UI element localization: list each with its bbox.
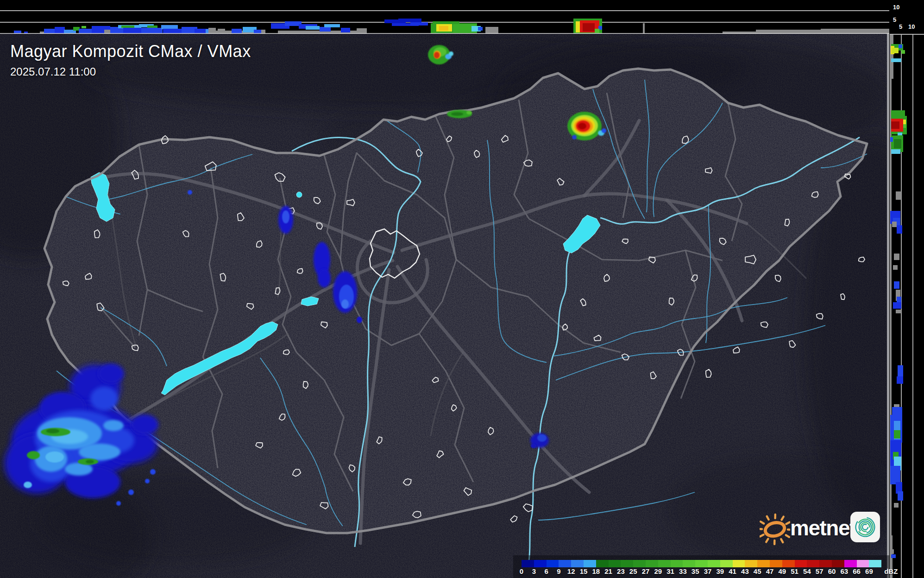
colorbar-tick: 39 — [716, 567, 724, 575]
colorbar-tick: 27 — [642, 567, 650, 575]
colorbar-segment — [819, 560, 832, 567]
radar-echo — [150, 469, 156, 475]
radar-echo — [131, 414, 158, 435]
colorbar-segment — [646, 560, 658, 567]
colorbar-segment — [869, 560, 881, 567]
colorbar-tick: 69 — [865, 567, 873, 575]
radar-echo — [45, 451, 64, 463]
right-axis-label-5km: 5 — [899, 23, 902, 30]
colorbar-tick: 33 — [679, 567, 687, 575]
radar-echo — [103, 420, 124, 431]
profile-echo — [141, 28, 163, 33]
colorbar-segment — [745, 560, 757, 567]
colorbar-tick: 35 — [691, 567, 699, 575]
profile-terrain — [218, 29, 225, 34]
sun-ray — [760, 535, 763, 537]
colorbar-segment — [708, 560, 720, 567]
colorbar-segment — [683, 560, 695, 567]
colorbar-tick: 54 — [803, 567, 811, 575]
profile-echo — [82, 26, 86, 28]
radar-echo — [282, 210, 289, 223]
radar-echo — [24, 482, 32, 488]
radar-echo — [341, 299, 349, 309]
colorbar-tick: 37 — [704, 567, 712, 575]
profile-axis-corner: 10 5 5 10 — [890, 0, 924, 34]
profile-echo — [891, 58, 901, 62]
profile-terrain — [357, 28, 367, 34]
colorbar-tick: 49 — [778, 567, 786, 575]
profile-echo — [324, 24, 340, 27]
profile-echo — [161, 25, 178, 29]
profile-echo — [894, 281, 899, 289]
radar-echo — [466, 111, 472, 114]
profile-echo — [254, 30, 261, 33]
vertical-profile-top-strip — [0, 0, 889, 34]
vertical-profile-right-strip — [890, 34, 924, 578]
profile-echo — [439, 26, 448, 31]
colorbar-tick: 66 — [853, 567, 861, 575]
lake — [296, 192, 302, 197]
metnet-logo: metnet — [760, 508, 885, 548]
profile-echo — [55, 27, 65, 33]
radar-echo — [451, 112, 463, 116]
radar-echo — [145, 479, 150, 483]
profile-echo — [896, 310, 901, 313]
sun-icon — [760, 510, 790, 546]
radar-echo — [188, 190, 192, 195]
profile-echo — [73, 27, 80, 31]
profile-terrain — [485, 27, 498, 34]
profile-echo — [595, 29, 599, 33]
profile-echo — [121, 25, 134, 28]
radar-echo — [357, 317, 362, 323]
sun-ray — [767, 516, 769, 520]
colorbar-segment — [844, 560, 857, 567]
profile-terrain — [890, 34, 893, 79]
radar-echo — [46, 429, 59, 433]
radar-echo — [578, 123, 586, 129]
profile-echo — [903, 124, 906, 128]
profile-echo — [897, 297, 901, 303]
colorbar-segment — [584, 560, 596, 567]
colorbar-segment — [770, 560, 782, 567]
colorbar-segment — [782, 560, 795, 567]
radar-map — [0, 34, 889, 578]
colorbar-segment — [832, 560, 844, 567]
colorbar-tick: 47 — [766, 567, 774, 575]
colorbar-segment — [571, 560, 584, 567]
top-axis-label-10km: 10 — [893, 4, 899, 11]
radar-echo — [116, 501, 121, 506]
colorbar-segment — [621, 560, 633, 567]
map-right-frame — [887, 34, 889, 578]
colorbar-segment — [522, 560, 534, 567]
colorbar-segment — [795, 560, 807, 567]
sun-ray — [766, 539, 768, 542]
sun-ray — [786, 535, 789, 537]
colorbar-segment — [695, 560, 708, 567]
profile-echo — [341, 28, 350, 32]
radar-composite-view: 10 5 5 10 Magyar Kompozit CMax / VMax 20… — [0, 0, 924, 578]
colorbar-tick: 43 — [741, 567, 749, 575]
colorbar-segment — [857, 560, 869, 567]
profile-echo — [898, 491, 903, 501]
profile-echo — [901, 50, 905, 54]
profile-echo — [897, 225, 902, 234]
title-block: Magyar Kompozit CMax / VMax 2025.07.12 1… — [10, 42, 251, 78]
dbz-colorbar: 0369121518212325272931333537394143454749… — [513, 555, 889, 578]
colorbar-tick: 57 — [816, 567, 823, 575]
radar-echo — [531, 444, 536, 448]
colorbar-segment — [658, 560, 671, 567]
colorbar-tick: 3 — [532, 567, 536, 575]
profile-echo — [208, 28, 216, 33]
profile-echo — [123, 28, 143, 33]
colorbar-tick: 15 — [580, 567, 588, 575]
profile-echo — [894, 254, 899, 260]
radar-echo — [449, 51, 453, 56]
radar-echo — [98, 363, 124, 384]
radar-echo — [79, 444, 120, 460]
profile-echo — [890, 466, 900, 484]
colorbar-tick: 9 — [557, 567, 560, 575]
profile-echo — [320, 27, 331, 32]
profile-echo — [890, 137, 893, 142]
profile-echo — [893, 302, 901, 309]
dbz-colorbar-swatches — [522, 560, 881, 567]
